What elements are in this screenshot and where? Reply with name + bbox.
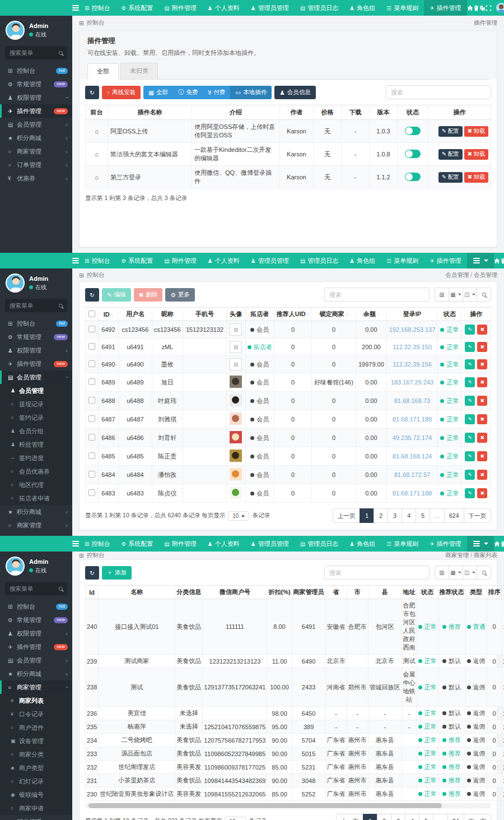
navbar-user[interactable]: Admin (492, 0, 504, 16)
sidebar-item-merchant[interactable]: ○商家管理‹ (0, 680, 72, 694)
row-checkbox[interactable] (88, 452, 95, 459)
page-item-624[interactable]: 624 (444, 508, 464, 523)
sidebar-subitem-unionpay-no[interactable]: ◉银联编号 (0, 788, 72, 802)
sidebar-item-member[interactable]: ▤会员管理‹ (0, 654, 72, 667)
edit-row-button[interactable]: ✎ (465, 451, 475, 461)
sort-icon[interactable]: ↕ (377, 312, 380, 317)
row-checkbox[interactable] (88, 378, 95, 385)
ip-link[interactable]: 112.32.39.156 (393, 361, 432, 368)
sidebar-item-dashboard[interactable]: ⊞控制台hot (0, 64, 72, 77)
nav-item-adminlog[interactable]: ▤管理员日志 (295, 536, 344, 552)
breadcrumb-left[interactable]: 控制台 (87, 19, 105, 27)
menu-toggle-icon[interactable] (72, 536, 79, 552)
sidebar-subitem-member-list[interactable]: ♟会员管理 (0, 384, 72, 397)
sidebar-item-score[interactable]: ★积分商城‹ (0, 667, 72, 680)
nav-item-addon[interactable]: ✈插件管理 (424, 253, 466, 268)
column-header[interactable]: 创建时间 (502, 586, 504, 599)
column-header[interactable]: 作者 (280, 105, 314, 120)
nav-item-config[interactable]: ⚙系统配置 (115, 0, 158, 16)
column-header[interactable]: 折扣(%) (267, 586, 292, 599)
sidebar-item-member[interactable]: ▤会员管理‹ (0, 370, 72, 384)
refresh-button[interactable]: ↻ (85, 86, 99, 99)
view-toggle-button[interactable]: ▥ (435, 566, 449, 580)
column-header[interactable]: 状态 (398, 105, 428, 120)
sidebar-subitem-merchant-type[interactable]: ◈商户类型 (0, 761, 72, 775)
row-checkbox[interactable] (88, 471, 95, 478)
column-header[interactable]: 名称 (99, 586, 175, 599)
delete-row-button[interactable]: ✖ (477, 470, 487, 480)
edit-row-button[interactable]: ✎ (465, 342, 475, 352)
column-header[interactable]: 状态 (438, 308, 461, 321)
column-header[interactable]: 排序 (487, 586, 502, 599)
column-header[interactable]: 介绍 (192, 105, 280, 120)
page-item-2[interactable]: 2 (374, 508, 388, 523)
search-input[interactable] (386, 85, 491, 99)
sidebar-item-addon[interactable]: ✈插件管理new (0, 357, 72, 370)
edit-row-button[interactable]: ✎ (465, 488, 475, 498)
nav-item-dashboard[interactable]: ⊞控制台 (79, 536, 115, 552)
search-toggle-button[interactable] (477, 566, 491, 580)
filter-local-button[interactable]: ▭ 本地插件 (230, 86, 272, 99)
column-header[interactable]: 推荐状态 (438, 586, 465, 599)
ip-link[interactable]: 183.167.29.243 (391, 379, 433, 386)
column-header[interactable]: 价格 (314, 105, 342, 120)
delete-button[interactable]: ✖ 删除 (134, 288, 163, 302)
edit-row-button[interactable]: ✎ (465, 396, 475, 406)
breadcrumb-left[interactable]: 控制台 (87, 271, 105, 279)
delete-row-button[interactable]: ✖ (477, 451, 487, 461)
sidebar-item-order[interactable]: ○订单管理‹ (0, 158, 72, 172)
ip-link[interactable]: 112.32.39.150 (393, 344, 432, 350)
clear-cache-icon[interactable] (500, 253, 504, 268)
nav-item-rule[interactable]: ☰菜单规则 (381, 0, 424, 16)
sidebar-subitem-withdraw-log[interactable]: ○提现记录 (0, 397, 72, 411)
breadcrumb-segment[interactable]: 会员管理 (445, 271, 469, 278)
uninstall-button[interactable]: ✖ 卸载 (464, 172, 488, 183)
filter-paid-button[interactable]: ¥ 付费 (203, 86, 230, 99)
column-header[interactable]: 省 (325, 586, 347, 599)
add-button[interactable]: ＋添加 (102, 566, 132, 580)
ip-link[interactable]: 81.68.168.73 (394, 397, 430, 404)
home-icon[interactable] (494, 253, 500, 268)
uninstall-button[interactable]: ✖ 卸载 (464, 149, 488, 160)
page-next[interactable]: 下一页 (464, 508, 492, 523)
scrollbar-thumb[interactable] (88, 803, 442, 808)
page-item-1[interactable]: 1 (363, 814, 377, 820)
per-page-select[interactable]: 10 (225, 817, 246, 820)
edit-button[interactable]: ✎ 编辑 (102, 288, 131, 302)
config-button[interactable]: ✎ 配置 (438, 172, 463, 183)
sidebar-item-score[interactable]: ★积分商城‹ (0, 131, 72, 145)
nav-item-group[interactable]: ♟角色组 (344, 253, 381, 268)
sidebar-subitem-password-log[interactable]: ¥口令记录 (0, 707, 72, 721)
menu-search[interactable] (5, 299, 67, 312)
columns-button[interactable]: ▦ (449, 566, 463, 580)
nav-item-rule[interactable]: ☰菜单规则 (381, 536, 424, 552)
nav-item-attachment[interactable]: ▤附件管理 (158, 536, 202, 552)
column-header[interactable]: 手机号 (183, 308, 226, 321)
sidebar-subitem-fans[interactable]: ♟粉丝管理 (0, 438, 72, 451)
sidebar-subitem-member-coupon[interactable]: ○会员优惠券 (0, 465, 72, 478)
column-header[interactable]: 地址 (402, 586, 417, 599)
sidebar-subitem-slide-log[interactable]: ○幻灯记录 (0, 775, 72, 788)
sidebar-subitem-device[interactable]: ▣设备管理 (0, 734, 72, 748)
column-header[interactable]: Id (86, 586, 99, 599)
column-header[interactable]: 余额↕ (356, 308, 386, 321)
offline-install-button[interactable]: ↑ 离线安装 (102, 86, 141, 99)
sidebar-subitem-sign-progress[interactable]: ─签约进度 (0, 451, 72, 465)
delete-row-button[interactable]: ✖ (477, 377, 487, 387)
delete-row-button[interactable]: ✖ (477, 359, 487, 369)
sidebar-item-merchant[interactable]: ○商家管理‹ (0, 518, 72, 532)
nav-item-profile[interactable]: ♟个人资料 (202, 536, 245, 552)
sidebar-item-order[interactable]: ○订单管理‹ (0, 532, 72, 536)
nav-item-config[interactable]: ⚙系统配置 (115, 536, 158, 552)
nav-item-rule[interactable]: ☰菜单规则 (381, 253, 424, 268)
search-toggle-button[interactable] (477, 288, 491, 302)
column-header[interactable]: 登录IP (386, 308, 438, 321)
tab-all[interactable]: 全部 (87, 63, 119, 80)
sidebar-item-dashboard[interactable]: ⊞控制台hot (0, 600, 72, 613)
sidebar-item-dashboard[interactable]: ⊞控制台hot (0, 317, 72, 330)
column-header[interactable]: 状态 (417, 586, 438, 599)
column-header[interactable]: 商家管理员 (292, 586, 325, 599)
sidebar-item-general[interactable]: ⚙常规管理new (0, 613, 72, 627)
export-button[interactable]: ◫ (463, 288, 477, 302)
row-checkbox[interactable] (88, 489, 95, 496)
